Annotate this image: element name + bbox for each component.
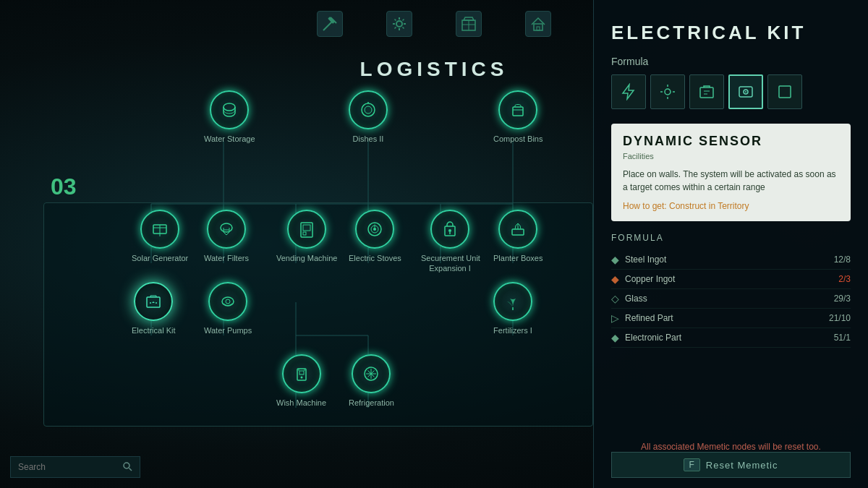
electrical-kit-icon — [134, 282, 173, 321]
vending-machine-label: Vending Machine — [276, 253, 337, 263]
solar-generator-label: Solar Generator — [132, 253, 188, 263]
svg-point-3 — [396, 21, 402, 27]
solar-generator-icon — [140, 210, 179, 249]
node-water-filters[interactable]: Water Filters — [204, 210, 249, 263]
electric-stoves-label: Electric Stoves — [349, 253, 401, 263]
compost-bins-label: Compost Bins — [493, 134, 542, 144]
search-bar — [10, 456, 140, 478]
ingredient-left: ◆ Steel Ingot — [611, 254, 666, 265]
tooltip-category: Facilities — [623, 152, 839, 160]
svg-point-57 — [300, 377, 302, 379]
water-storage-icon — [210, 90, 249, 129]
svg-point-45 — [448, 229, 451, 232]
formula-tab-4[interactable] — [728, 74, 763, 109]
securement-unit-label: Securement UnitExpansion I — [421, 253, 479, 274]
steel-ingot-icon: ◆ — [611, 254, 619, 265]
planter-boxes-label: Planter Boxes — [493, 253, 542, 263]
svg-rect-39 — [303, 225, 310, 231]
copper-ingot-count: 2/3 — [838, 274, 851, 284]
refrigeration-icon — [352, 354, 391, 393]
node-wish-machine[interactable]: Wish Machine — [276, 354, 326, 408]
refined-part-count: 21/10 — [829, 313, 851, 323]
wish-machine-icon — [282, 354, 321, 393]
top-icon-2[interactable] — [386, 11, 412, 37]
reset-memetic-button[interactable]: F Reset Memetic — [611, 452, 851, 478]
electronic-part-name: Electronic Part — [625, 333, 681, 343]
node-securement-unit[interactable]: Securement UnitExpansion I — [421, 210, 479, 274]
formula-tab-5[interactable] — [767, 74, 802, 109]
node-compost-bins[interactable]: Compost Bins — [493, 90, 542, 144]
search-input[interactable] — [18, 462, 116, 472]
formula-tab-2[interactable] — [650, 74, 685, 109]
panel-title: ELECTRICAL KIT — [611, 22, 851, 44]
node-water-storage[interactable]: Water Storage — [204, 90, 255, 144]
securement-unit-icon — [430, 210, 469, 249]
ingredient-left: ◆ Copper Ingot — [611, 273, 675, 285]
pickaxe-icon — [317, 11, 343, 37]
electronic-part-icon: ◆ — [611, 332, 619, 343]
copper-ingot-name: Copper Ingot — [625, 274, 675, 284]
svg-point-52 — [222, 297, 234, 306]
svg-point-53 — [226, 299, 230, 304]
copper-ingot-icon: ◆ — [611, 273, 619, 285]
svg-rect-30 — [513, 107, 523, 116]
glass-icon: ◇ — [611, 293, 619, 304]
ingredient-glass: ◇ Glass 29/3 — [611, 289, 851, 309]
node-solar-generator[interactable]: Solar Generator — [132, 210, 188, 263]
crate-icon — [456, 11, 482, 37]
water-pumps-label: Water Pumps — [204, 325, 252, 335]
fertilizers-i-icon — [493, 282, 532, 321]
water-filters-label: Water Filters — [204, 253, 249, 263]
house-icon — [525, 11, 551, 37]
water-storage-label: Water Storage — [204, 134, 255, 144]
top-icon-3[interactable] — [456, 11, 482, 37]
node-electrical-kit[interactable]: Electrical Kit — [132, 282, 176, 335]
svg-rect-56 — [299, 371, 304, 374]
ingredient-electronic-part: ◆ Electronic Part 51/1 — [611, 328, 851, 348]
node-vending-machine[interactable]: Vending Machine — [276, 210, 337, 263]
svg-line-70 — [129, 468, 132, 471]
formula-label: Formula — [611, 56, 851, 67]
node-planter-boxes[interactable]: Planter Boxes — [493, 210, 542, 263]
svg-rect-62 — [700, 87, 713, 98]
refrigeration-label: Refrigeration — [349, 398, 394, 408]
vending-machine-icon — [287, 210, 326, 249]
main-container: LOGISTICS 03 — [0, 0, 868, 488]
ingredient-left: ▷ Refined Part — [611, 312, 673, 324]
formula-header: FORMULA — [611, 233, 851, 243]
formula-tab-1[interactable] — [611, 74, 646, 109]
level-badge: 03 — [51, 174, 77, 200]
compost-bins-icon — [498, 90, 537, 129]
steel-ingot-name: Steel Ingot — [625, 254, 666, 265]
ingredient-left: ◆ Electronic Part — [611, 332, 681, 343]
electric-stoves-icon — [355, 210, 394, 249]
svg-point-26 — [224, 103, 235, 111]
svg-point-69 — [124, 463, 129, 468]
page-title: LOGISTICS — [360, 58, 509, 81]
electronic-part-count: 51/1 — [834, 333, 851, 343]
ingredient-left: ◇ Glass — [611, 293, 647, 304]
reset-warning: All associated Memetic nodes will be res… — [611, 442, 851, 452]
steel-ingot-count: 12/8 — [834, 254, 851, 265]
node-electric-stoves[interactable]: Electric Stoves — [349, 210, 401, 263]
top-icon-1[interactable] — [317, 11, 343, 37]
electrical-kit-label: Electrical Kit — [132, 325, 176, 335]
right-panel: ELECTRICAL KIT Formula — [593, 0, 868, 488]
node-dishes-ii[interactable]: Dishes II — [349, 90, 388, 144]
node-water-pumps[interactable]: Water Pumps — [204, 282, 252, 335]
dishes-ii-label: Dishes II — [353, 134, 384, 144]
top-icon-4[interactable] — [525, 11, 551, 37]
node-refrigeration[interactable]: Refrigeration — [349, 354, 394, 408]
gear-icon — [386, 11, 412, 37]
tooltip-name: DYNAMIC SENSOR — [623, 134, 839, 149]
ingredient-refined-part: ▷ Refined Part 21/10 — [611, 309, 851, 328]
ingredient-copper-ingot: ◆ Copper Ingot 2/3 — [611, 270, 851, 289]
water-pumps-icon — [208, 282, 247, 321]
water-filters-icon — [207, 210, 246, 249]
refined-part-name: Refined Part — [625, 313, 673, 323]
tooltip-description: Place on walls. The system will be activ… — [623, 168, 839, 194]
tooltip-howto: How to get: Construct in Territory — [623, 201, 839, 211]
formula-tab-3[interactable] — [689, 74, 724, 109]
glass-count: 29/3 — [834, 294, 851, 304]
node-fertilizers-i[interactable]: Fertilizers I — [493, 282, 532, 335]
